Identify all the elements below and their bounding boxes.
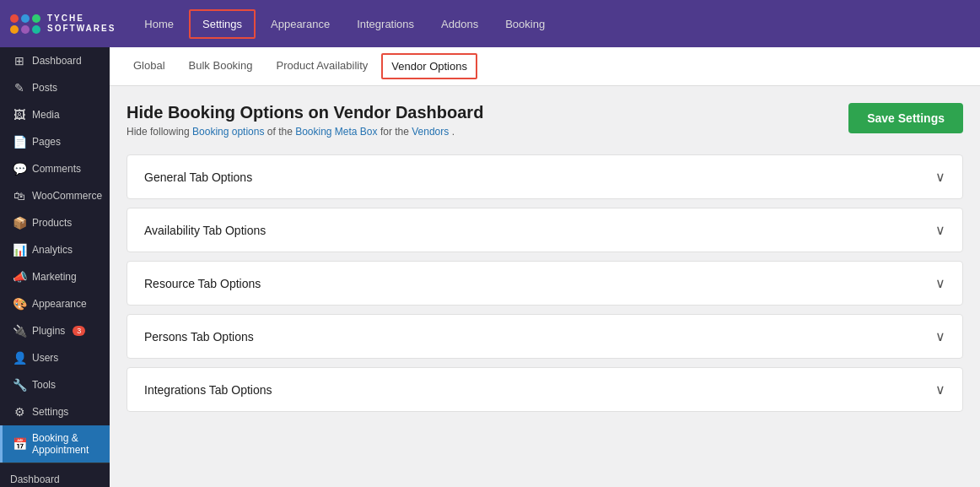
sidebar-label-products: Products bbox=[32, 217, 72, 229]
sidebar-label-settings: Settings bbox=[32, 406, 68, 418]
settings-icon: ⚙ bbox=[13, 405, 26, 419]
chevron-down-icon: ∨ bbox=[935, 222, 945, 238]
sidebar-label-marketing: Marketing bbox=[32, 271, 77, 283]
sidebar-item-marketing[interactable]: 📣 Marketing bbox=[0, 263, 110, 290]
subtitle-text4: . bbox=[452, 126, 455, 138]
chevron-down-icon: ∨ bbox=[935, 275, 945, 291]
top-nav-appearance[interactable]: Appearance bbox=[259, 11, 342, 37]
sidebar-item-pages[interactable]: 📄 Pages bbox=[0, 128, 110, 155]
top-nav-integrations[interactable]: Integrations bbox=[345, 11, 426, 37]
logo-dot bbox=[21, 25, 30, 34]
logo-dot bbox=[21, 14, 30, 23]
sub-navigation: Global Bulk Booking Product Availability… bbox=[110, 47, 980, 86]
booking-icon: 📅 bbox=[13, 437, 26, 451]
logo-dot bbox=[10, 25, 19, 34]
save-settings-button[interactable]: Save Settings bbox=[848, 103, 963, 133]
logo-text: TYCHESOFTWARES bbox=[47, 14, 116, 34]
accordion-header-availability[interactable]: Availability Tab Options ∨ bbox=[127, 208, 962, 252]
top-nav-addons[interactable]: Addons bbox=[429, 11, 490, 37]
sidebar-bottom-dashboard[interactable]: Dashboard bbox=[0, 468, 110, 487]
subtitle-link-booking[interactable]: Booking options bbox=[192, 126, 264, 138]
logo: TYCHESOFTWARES bbox=[10, 14, 116, 34]
accordion-availability-tab: Availability Tab Options ∨ bbox=[127, 208, 963, 252]
logo-dot bbox=[32, 25, 40, 34]
sidebar-label-users: Users bbox=[32, 352, 58, 364]
sidebar-label-media: Media bbox=[32, 109, 60, 121]
logo-dot bbox=[32, 14, 40, 23]
sidebar-item-appearance[interactable]: 🎨 Appearance bbox=[0, 290, 110, 317]
sidebar-label-tools: Tools bbox=[32, 379, 56, 391]
accordion-general-tab: General Tab Options ∨ bbox=[127, 154, 963, 199]
accordion-header-integrations[interactable]: Integrations Tab Options ∨ bbox=[127, 368, 962, 411]
logo-dots bbox=[10, 14, 40, 34]
sidebar-label-comments: Comments bbox=[32, 163, 81, 175]
sidebar-item-products[interactable]: 📦 Products bbox=[0, 209, 110, 236]
sidebar-label-analytics: Analytics bbox=[32, 244, 73, 256]
page-subtitle: Hide following Booking options of the Bo… bbox=[127, 126, 483, 138]
sidebar-label-woocommerce: WooCommerce bbox=[32, 190, 102, 202]
plugins-badge: 3 bbox=[73, 326, 85, 336]
appearance-icon: 🎨 bbox=[13, 297, 26, 311]
users-icon: 👤 bbox=[13, 351, 26, 365]
sidebar-item-analytics[interactable]: 📊 Analytics bbox=[0, 236, 110, 263]
sidebar-label-dashboard: Dashboard bbox=[32, 55, 82, 67]
page-content: Hide Booking Options on Vendor Dashboard… bbox=[110, 86, 980, 437]
sidebar-item-posts[interactable]: ✎ Posts bbox=[0, 74, 110, 101]
chevron-down-icon: ∨ bbox=[935, 381, 945, 398]
sidebar-label-plugins: Plugins bbox=[32, 325, 65, 337]
sidebar-label-booking: Booking & Appointment bbox=[32, 432, 100, 456]
chevron-down-icon: ∨ bbox=[935, 169, 945, 185]
sidebar-item-plugins[interactable]: 🔌 Plugins 3 bbox=[0, 317, 110, 344]
accordion-resource-tab: Resource Tab Options ∨ bbox=[127, 261, 963, 306]
accordion-header-general[interactable]: General Tab Options ∨ bbox=[127, 155, 962, 198]
subtitle-text3: for the bbox=[380, 126, 412, 138]
dashboard-icon: ⊞ bbox=[13, 54, 26, 68]
top-nav-settings[interactable]: Settings bbox=[189, 9, 256, 39]
accordion-integrations-tab: Integrations Tab Options ∨ bbox=[127, 367, 963, 412]
media-icon: 🖼 bbox=[13, 108, 26, 122]
tab-vendor-options[interactable]: Vendor Options bbox=[381, 53, 477, 79]
posts-icon: ✎ bbox=[13, 81, 26, 95]
sidebar-item-settings[interactable]: ⚙ Settings bbox=[0, 398, 110, 425]
sidebar: ⊞ Dashboard ✎ Posts 🖼 Media 📄 Pages 💬 Co… bbox=[0, 47, 110, 487]
page-title: Hide Booking Options on Vendor Dashboard bbox=[127, 103, 483, 122]
sidebar-bottom: Dashboard ◀ Collapse menu bbox=[0, 463, 110, 487]
subtitle-link-meta-box[interactable]: Booking Meta Box bbox=[295, 126, 377, 138]
sidebar-item-users[interactable]: 👤 Users bbox=[0, 344, 110, 371]
main-layout: ⊞ Dashboard ✎ Posts 🖼 Media 📄 Pages 💬 Co… bbox=[0, 47, 980, 487]
subtitle-link-vendors[interactable]: Vendors bbox=[412, 126, 449, 138]
tab-product-availability[interactable]: Product Availability bbox=[266, 52, 378, 80]
page-title-area: Hide Booking Options on Vendor Dashboard… bbox=[127, 103, 483, 138]
subtitle-text2: of the bbox=[267, 126, 295, 138]
sidebar-item-booking[interactable]: 📅 Booking & Appointment bbox=[0, 425, 110, 463]
top-nav-home[interactable]: Home bbox=[132, 11, 186, 37]
accordion-header-persons[interactable]: Persons Tab Options ∨ bbox=[127, 315, 962, 358]
top-nav-booking[interactable]: Booking bbox=[493, 11, 557, 37]
content-area: Global Bulk Booking Product Availability… bbox=[110, 47, 980, 487]
sidebar-label-appearance: Appearance bbox=[32, 298, 87, 310]
sidebar-item-comments[interactable]: 💬 Comments bbox=[0, 155, 110, 182]
tab-bulk-booking[interactable]: Bulk Booking bbox=[179, 52, 263, 80]
sidebar-item-dashboard[interactable]: ⊞ Dashboard bbox=[0, 47, 110, 74]
chevron-down-icon: ∨ bbox=[935, 328, 945, 344]
plugins-icon: 🔌 bbox=[13, 324, 26, 338]
woocommerce-icon: 🛍 bbox=[13, 189, 26, 203]
sidebar-label-posts: Posts bbox=[32, 82, 57, 94]
accordion-label-availability: Availability Tab Options bbox=[144, 224, 266, 237]
tab-global[interactable]: Global bbox=[123, 52, 175, 80]
sidebar-item-media[interactable]: 🖼 Media bbox=[0, 101, 110, 128]
sidebar-item-woocommerce[interactable]: 🛍 WooCommerce bbox=[0, 182, 110, 209]
page-header: Hide Booking Options on Vendor Dashboard… bbox=[127, 103, 963, 138]
products-icon: 📦 bbox=[13, 216, 26, 230]
accordion-label-integrations: Integrations Tab Options bbox=[144, 383, 272, 397]
analytics-icon: 📊 bbox=[13, 243, 26, 257]
accordion-persons-tab: Persons Tab Options ∨ bbox=[127, 314, 963, 359]
pages-icon: 📄 bbox=[13, 135, 26, 149]
accordion-header-resource[interactable]: Resource Tab Options ∨ bbox=[127, 262, 962, 305]
sidebar-label-pages: Pages bbox=[32, 136, 61, 148]
top-nav-items: Home Settings Appearance Integrations Ad… bbox=[132, 9, 970, 39]
subtitle-text: Hide following bbox=[127, 126, 192, 138]
logo-dot bbox=[10, 14, 19, 23]
accordion-label-persons: Persons Tab Options bbox=[144, 330, 254, 344]
sidebar-item-tools[interactable]: 🔧 Tools bbox=[0, 371, 110, 398]
